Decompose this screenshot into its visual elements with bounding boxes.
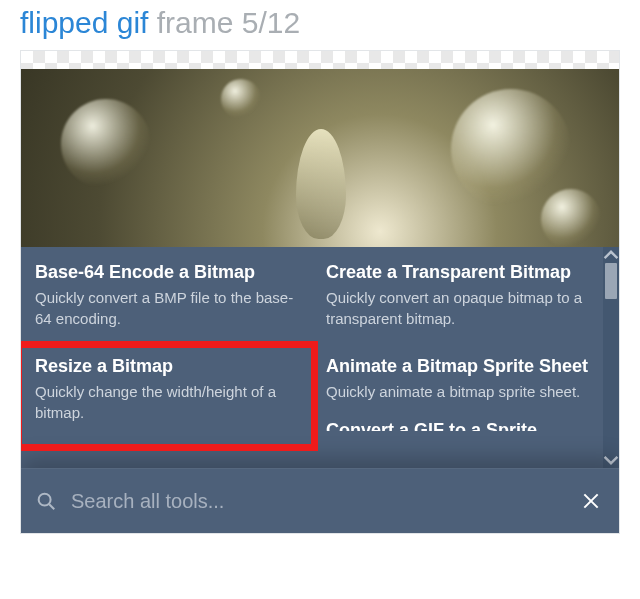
tool-create-transparent-bitmap[interactable]: Create a Transparent Bitmap Quickly conv…	[312, 247, 603, 343]
tools-overlay: Base-64 Encode a Bitmap Quickly convert …	[21, 247, 619, 533]
tool-resize-bitmap[interactable]: Resize a Bitmap Quickly change the width…	[21, 343, 312, 437]
search-input[interactable]	[71, 490, 581, 513]
tools-column-right: Create a Transparent Bitmap Quickly conv…	[312, 247, 603, 468]
tool-animate-bitmap-sprite-sheet[interactable]: Animate a Bitmap Sprite Sheet Quickly an…	[312, 343, 603, 417]
preview-frame: Base-64 Encode a Bitmap Quickly convert …	[20, 50, 620, 534]
tool-title: Resize a Bitmap	[35, 355, 298, 378]
svg-line-1	[49, 504, 54, 509]
tool-title: Base-64 Encode a Bitmap	[35, 261, 298, 284]
search-bar	[21, 468, 619, 533]
search-icon	[35, 490, 57, 512]
gif-preview: Base-64 Encode a Bitmap Quickly convert …	[21, 69, 619, 533]
tool-desc: Quickly convert an opaque bitmap to a tr…	[326, 288, 589, 329]
title-frame-counter: frame 5/12	[157, 6, 300, 39]
tool-title: Create a Transparent Bitmap	[326, 261, 589, 284]
page-header: flipped gif frame 5/12	[0, 0, 640, 50]
close-icon[interactable]	[581, 491, 601, 511]
scroll-up-button[interactable]	[603, 247, 619, 263]
scroll-thumb[interactable]	[605, 263, 617, 299]
scroll-down-button[interactable]	[603, 452, 619, 468]
svg-point-0	[39, 494, 51, 506]
tool-desc: Quickly change the width/height of a bit…	[35, 382, 298, 423]
tools-scrollbar[interactable]	[603, 247, 619, 468]
tool-desc: Quickly animate a bitmap sprite sheet.	[326, 382, 589, 402]
transparency-checker	[21, 51, 619, 69]
tool-partial-next: Convert a GIF to a Sprite	[312, 417, 603, 431]
tool-title: Animate a Bitmap Sprite Sheet	[326, 355, 589, 378]
title-main: flipped gif	[20, 6, 148, 39]
tools-column-left: Base-64 Encode a Bitmap Quickly convert …	[21, 247, 312, 468]
tools-list: Base-64 Encode a Bitmap Quickly convert …	[21, 247, 619, 468]
tool-desc: Quickly convert a BMP file to the base-6…	[35, 288, 298, 329]
tool-base64-encode-bitmap[interactable]: Base-64 Encode a Bitmap Quickly convert …	[21, 247, 312, 343]
